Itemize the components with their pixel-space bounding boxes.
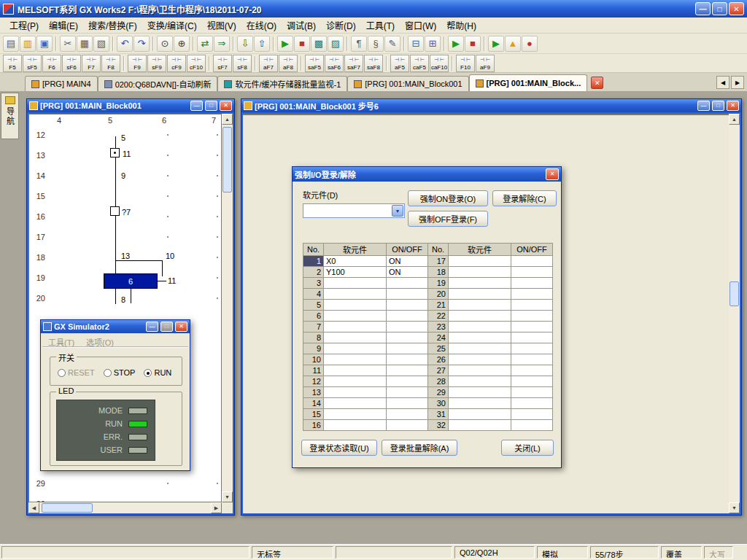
value-cell[interactable] bbox=[449, 398, 511, 409]
value-cell[interactable]: ON bbox=[387, 256, 428, 267]
copy-icon[interactable]: ▦ bbox=[77, 36, 93, 52]
value-cell[interactable] bbox=[511, 289, 553, 300]
key-sf9-button[interactable]: ⊣ ⊢sF9 bbox=[147, 55, 166, 72]
value-cell[interactable] bbox=[511, 343, 553, 354]
menu-item[interactable]: 在线(O) bbox=[241, 17, 282, 34]
row-number-cell[interactable]: 16 bbox=[303, 420, 324, 431]
row-number-cell[interactable]: 11 bbox=[303, 365, 324, 376]
value-cell[interactable] bbox=[449, 278, 511, 289]
value-cell[interactable] bbox=[449, 365, 511, 376]
read-from-plc-icon[interactable]: ⇧ bbox=[254, 36, 270, 52]
simulation-stop-icon[interactable]: ■ bbox=[465, 36, 481, 52]
batch-cancel-button[interactable]: 登录批量解除(A) bbox=[382, 440, 457, 456]
maximize-button[interactable]: □ bbox=[712, 2, 727, 15]
scroll-left-icon[interactable]: ◀ bbox=[28, 502, 39, 513]
key-f5-button[interactable]: ⊣ ⊢F5 bbox=[3, 55, 22, 72]
statement-display-icon[interactable]: § bbox=[368, 36, 384, 52]
save-project-icon[interactable]: ▣ bbox=[36, 36, 53, 52]
row-number-cell[interactable]: 15 bbox=[303, 409, 324, 420]
value-cell[interactable] bbox=[324, 354, 387, 365]
write-to-plc-icon[interactable]: ⇩ bbox=[237, 36, 253, 52]
minimize-button[interactable]: — bbox=[146, 322, 158, 332]
convert-icon[interactable]: ⇄ bbox=[197, 36, 213, 52]
value-cell[interactable] bbox=[387, 289, 428, 300]
value-cell[interactable] bbox=[324, 332, 387, 343]
row-number-cell[interactable]: 30 bbox=[428, 398, 449, 409]
scrollbar-thumb[interactable] bbox=[729, 281, 739, 306]
menu-item[interactable]: 视图(V) bbox=[202, 17, 241, 34]
document-tab[interactable]: [PRG] MAIN4 bbox=[25, 76, 98, 91]
key-af8-button[interactable]: ⊣ ⊢aF8 bbox=[279, 55, 298, 72]
tab-scroll-left-icon[interactable]: ◀ bbox=[716, 76, 729, 89]
close-button[interactable]: ✕ bbox=[220, 101, 232, 111]
value-cell[interactable] bbox=[449, 289, 511, 300]
forced-io-row[interactable]: 1329 bbox=[303, 387, 553, 398]
row-number-cell[interactable]: 2 bbox=[303, 267, 324, 278]
value-cell[interactable] bbox=[324, 420, 387, 431]
value-cell[interactable] bbox=[511, 365, 553, 376]
forced-io-row[interactable]: 1127 bbox=[303, 365, 553, 376]
key-f6-button[interactable]: ⊣ ⊢F6 bbox=[42, 55, 61, 72]
simulation-start-icon[interactable]: ▶ bbox=[448, 36, 464, 52]
run-mode-icon[interactable]: ▶ bbox=[488, 36, 504, 52]
warning-icon[interactable]: ▲ bbox=[505, 36, 521, 52]
value-cell[interactable] bbox=[449, 311, 511, 322]
forced-io-row[interactable]: 521 bbox=[303, 300, 553, 311]
key-af9-button[interactable]: ⊣ ⊢aF9 bbox=[476, 55, 495, 72]
vertical-scrollbar[interactable]: ▲ ▼ bbox=[729, 114, 740, 513]
key-cf10-button[interactable]: ⊣ ⊢cF10 bbox=[187, 55, 206, 72]
device-combo-box[interactable]: ▼ bbox=[303, 203, 405, 218]
force-off-register-button[interactable]: 强制OFF登录(F) bbox=[408, 211, 488, 227]
document-tab[interactable]: 软元件/缓冲存储器批量监视-1 bbox=[217, 76, 347, 91]
value-cell[interactable] bbox=[387, 343, 428, 354]
row-number-cell[interactable]: 27 bbox=[428, 365, 449, 376]
cut-icon[interactable]: ✂ bbox=[60, 36, 76, 52]
value-cell[interactable] bbox=[449, 300, 511, 311]
radio-stop[interactable]: STOP bbox=[104, 368, 136, 377]
key-saf6-button[interactable]: ⊣ ⊢saF6 bbox=[325, 55, 344, 72]
radio-run[interactable]: RUN bbox=[144, 368, 171, 377]
key-caf10-button[interactable]: ⊣ ⊢caF10 bbox=[430, 55, 449, 72]
value-cell[interactable] bbox=[449, 420, 511, 431]
row-number-cell[interactable]: 10 bbox=[303, 354, 324, 365]
menu-item[interactable]: 工程(P) bbox=[4, 17, 44, 34]
maximize-button[interactable]: □ bbox=[712, 101, 724, 111]
key-sf6-button[interactable]: ⊣ ⊢sF6 bbox=[62, 55, 81, 72]
row-number-cell[interactable]: 8 bbox=[303, 332, 324, 343]
value-cell[interactable] bbox=[387, 322, 428, 332]
dialog-close-button[interactable]: 关闭(L) bbox=[501, 440, 554, 456]
row-number-cell[interactable]: 28 bbox=[428, 376, 449, 387]
value-cell[interactable] bbox=[449, 376, 511, 387]
read-register-status-button[interactable]: 登录状态读取(U) bbox=[301, 440, 377, 456]
redo-icon[interactable]: ↷ bbox=[133, 36, 150, 52]
row-number-cell[interactable]: 1 bbox=[303, 256, 324, 267]
value-cell[interactable] bbox=[511, 420, 553, 431]
vertical-scrollbar[interactable]: ▲ ▼ bbox=[222, 114, 233, 502]
zoom-icon[interactable]: ⊕ bbox=[174, 36, 190, 52]
row-number-cell[interactable]: 32 bbox=[428, 420, 449, 431]
ladder-editor-icon[interactable]: ⊟ bbox=[408, 36, 424, 52]
value-cell[interactable]: ON bbox=[387, 267, 428, 278]
minimize-button[interactable]: — bbox=[190, 101, 203, 111]
key-af5-button[interactable]: ⊣ ⊢aF5 bbox=[390, 55, 409, 72]
row-number-cell[interactable]: 6 bbox=[303, 311, 324, 322]
row-number-cell[interactable]: 7 bbox=[303, 322, 324, 332]
document-tab[interactable]: [PRG] 001:MAIN_Block... bbox=[469, 74, 588, 91]
menu-item[interactable]: 搜索/替换(F) bbox=[83, 17, 142, 34]
close-document-icon[interactable]: ✕ bbox=[591, 77, 603, 89]
value-cell[interactable] bbox=[511, 398, 553, 409]
value-cell[interactable] bbox=[387, 311, 428, 322]
menu-item[interactable]: 编辑(E) bbox=[44, 17, 83, 34]
monitor-start-icon[interactable]: ▶ bbox=[277, 36, 293, 52]
row-number-cell[interactable]: 3 bbox=[303, 278, 324, 289]
scroll-up-icon[interactable]: ▲ bbox=[222, 114, 233, 125]
paste-icon[interactable]: ▧ bbox=[93, 36, 109, 52]
value-cell[interactable] bbox=[449, 256, 511, 267]
key-sf8-button[interactable]: ⊣ ⊢sF8 bbox=[233, 55, 252, 72]
value-cell[interactable] bbox=[511, 267, 553, 278]
value-cell[interactable] bbox=[324, 278, 387, 289]
row-number-cell[interactable]: 17 bbox=[428, 256, 449, 267]
undo-icon[interactable]: ↶ bbox=[117, 36, 133, 52]
row-number-cell[interactable]: 25 bbox=[428, 343, 449, 354]
sfc-step-box[interactable] bbox=[110, 206, 120, 216]
